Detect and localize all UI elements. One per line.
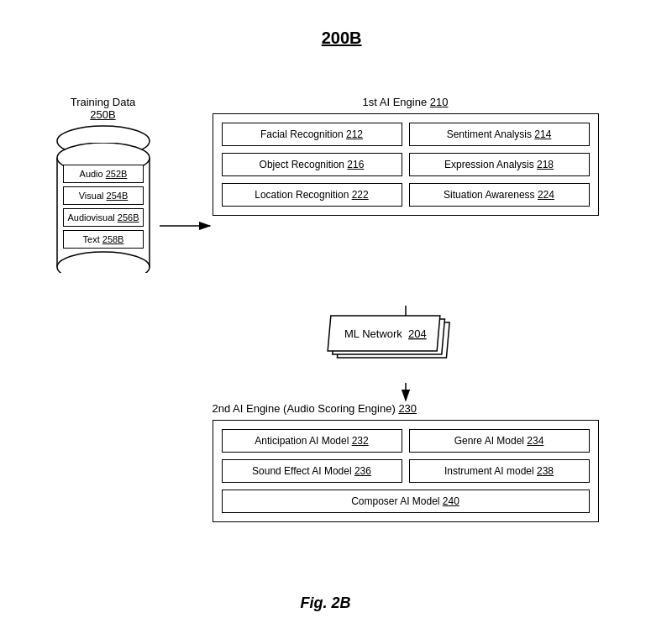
svg-text:204: 204: [408, 327, 427, 340]
ml-network-container: ML Network 204: [326, 314, 460, 380]
svg-text:ML Network: ML Network: [344, 327, 402, 340]
engine1-grid: Facial Recognition 212 Sentiment Analysi…: [222, 123, 590, 207]
situation-awareness-cell: Situation Awareness 224: [409, 183, 590, 207]
engine1-container: 1st AI Engine 210 Facial Recognition 212…: [213, 96, 599, 216]
engine2-ref: 230: [398, 402, 417, 415]
diagram-container: 200B Training Data250B: [24, 20, 628, 625]
training-data-cylinder: Training Data250B Audio 252B Visual 254B…: [49, 96, 158, 273]
engine2-grid: Anticipation AI Model 232 Genre AI Model…: [222, 429, 590, 483]
instrument-cell: Instrument AI model 238: [409, 459, 590, 483]
cylinder-body-svg: Audio 252B Visual 254B Audiovisual 256B …: [53, 143, 154, 273]
ml-network-svg: ML Network 204: [326, 314, 460, 377]
anticipation-cell: Anticipation AI Model 232: [222, 429, 402, 453]
sentiment-analysis-cell: Sentiment Analysis 214: [409, 123, 590, 146]
expression-analysis-cell: Expression Analysis 218: [409, 153, 590, 176]
engine2-container: 2nd AI Engine (Audio Scoring Engine) 230…: [213, 402, 599, 522]
fig-label: Fig. 2B: [300, 594, 350, 612]
sound-effect-cell: Sound Effect AI Model 236: [222, 459, 402, 483]
engine2-box: Anticipation AI Model 232 Genre AI Model…: [213, 420, 599, 522]
object-recognition-cell: Object Recognition 216: [222, 153, 402, 176]
main-title: 200B: [322, 29, 362, 48]
engine1-box: Facial Recognition 212 Sentiment Analysi…: [213, 113, 599, 216]
training-data-label: Training Data250B: [49, 96, 158, 121]
composer-cell: Composer AI Model 240: [222, 490, 590, 513]
location-recognition-cell: Location Recognition 222: [222, 183, 402, 207]
training-data-ref: 250B: [90, 108, 115, 121]
genre-cell: Genre AI Model 234: [409, 429, 590, 453]
engine1-title: 1st AI Engine 210: [213, 96, 599, 108]
engine1-ref: 210: [430, 96, 449, 108]
facial-recognition-cell: Facial Recognition 212: [222, 123, 402, 146]
engine2-title: 2nd AI Engine (Audio Scoring Engine) 230: [213, 402, 599, 415]
